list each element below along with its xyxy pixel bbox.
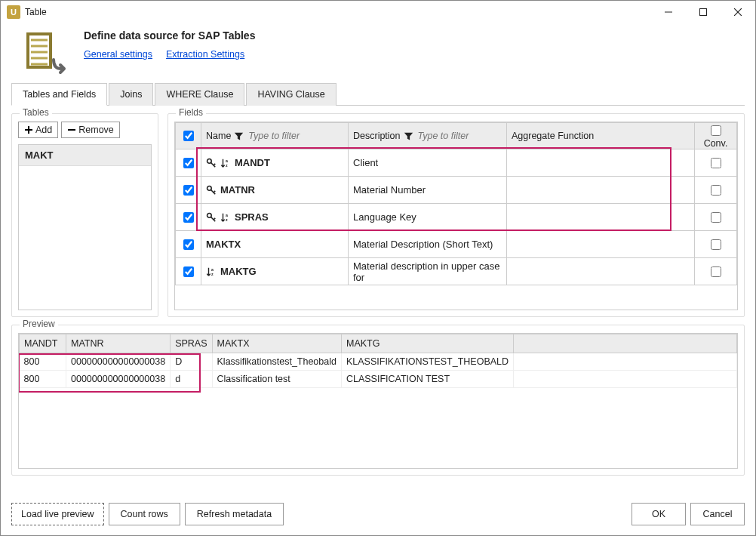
footer-right: OK Cancel: [632, 503, 745, 525]
field-conv-checkbox[interactable]: [711, 239, 721, 250]
preview-cell: CLASSIFICATION TEST: [341, 371, 513, 388]
maximize-button[interactable]: [686, 1, 721, 23]
fields-header-conv: Conv.: [695, 123, 737, 149]
preview-cell: Classification test: [212, 371, 341, 388]
preview-cell: 800: [20, 353, 66, 371]
field-aggregate[interactable]: [507, 258, 695, 285]
titlebar: U Table: [1, 1, 755, 23]
count-rows-button[interactable]: Count rows: [109, 503, 180, 525]
field-description: Material Number: [349, 177, 507, 204]
preview-cell: D: [171, 353, 212, 371]
table-list-item[interactable]: MAKT: [19, 145, 151, 166]
field-conv-checkbox[interactable]: [711, 185, 721, 196]
filter-icon[interactable]: [404, 131, 413, 141]
field-aggregate[interactable]: [507, 231, 695, 258]
preview-cell: Klassifikationstest_Theobald: [212, 353, 341, 371]
preview-cell: d: [171, 371, 212, 388]
app-icon: U: [7, 5, 20, 19]
load-live-preview-button[interactable]: Load live preview: [11, 503, 104, 525]
preview-row: 800000000000000000038DKlassifikationstes…: [20, 353, 737, 371]
minimize-button[interactable]: [651, 1, 686, 23]
preview-grid: MANDTMATNRSPRASMAKTXMAKTG 80000000000000…: [19, 334, 737, 388]
svg-text:a: a: [226, 213, 228, 217]
link-extraction-settings[interactable]: Extraction Settings: [166, 49, 244, 60]
field-name-cell: azMAKTG: [206, 266, 343, 277]
preview-col-header[interactable]: MAKTG: [341, 334, 513, 353]
tab-tables-and-fields[interactable]: Tables and Fields: [11, 83, 107, 106]
preview-cell: 000000000000000038: [66, 371, 171, 388]
field-name-cell: MAKTX: [206, 239, 343, 250]
field-checkbox[interactable]: [183, 266, 194, 277]
ok-button[interactable]: OK: [632, 503, 686, 525]
key-icon: [206, 212, 217, 223]
tab-having-clause[interactable]: HAVING Clause: [246, 83, 336, 106]
svg-text:z: z: [211, 272, 214, 276]
preview-col-header[interactable]: MATNR: [66, 334, 171, 353]
window-root: U Table Define data source for SAP Ta: [0, 0, 756, 536]
refresh-metadata-button[interactable]: Refresh metadata: [185, 503, 284, 525]
svg-line-15: [214, 163, 215, 165]
add-table-button[interactable]: Add: [18, 122, 58, 138]
field-name-cell: azSPRAS: [206, 211, 343, 223]
field-checkbox[interactable]: [183, 212, 194, 223]
svg-text:a: a: [226, 159, 228, 163]
fields-select-all-checkbox[interactable]: [183, 131, 194, 141]
field-name: MATNR: [220, 184, 255, 196]
plus-icon: [24, 125, 33, 134]
svg-line-23: [214, 217, 215, 219]
fields-row: azMAKTGMaterial description in upper cas…: [176, 258, 737, 285]
header: Define data source for SAP Tables Genera…: [1, 23, 755, 78]
desc-filter-input[interactable]: [416, 129, 499, 143]
field-aggregate[interactable]: [507, 177, 695, 204]
footer: Load live preview Count rows Refresh met…: [1, 493, 755, 535]
field-conv-checkbox[interactable]: [711, 158, 721, 168]
fields-header-conv-label: Conv.: [704, 138, 728, 149]
preview-col-header[interactable]: MAKTX: [212, 334, 341, 353]
close-button[interactable]: [721, 1, 755, 23]
filter-icon[interactable]: [234, 131, 244, 141]
field-checkbox[interactable]: [183, 158, 194, 168]
footer-left: Load live preview Count rows Refresh met…: [11, 503, 284, 525]
fields-grid-wrap: Name Description: [174, 122, 738, 310]
svg-rect-1: [700, 9, 707, 16]
fields-header-name: Name: [201, 123, 349, 149]
field-description: Language Key: [349, 204, 507, 231]
preview-cell: 800: [20, 371, 66, 388]
svg-point-13: [207, 159, 212, 163]
sort-icon: az: [220, 158, 231, 168]
tab-joins[interactable]: Joins: [109, 83, 153, 106]
tables-group: Tables Add Remove: [11, 113, 158, 317]
cancel-button[interactable]: Cancel: [690, 503, 745, 525]
conv-select-all-checkbox[interactable]: [711, 125, 721, 136]
fields-row: azMANDTClient: [176, 149, 737, 177]
field-aggregate[interactable]: [507, 204, 695, 231]
svg-text:a: a: [211, 267, 214, 272]
field-conv-checkbox[interactable]: [711, 266, 721, 277]
svg-text:z: z: [226, 163, 228, 168]
fields-header-desc-label: Description: [353, 131, 401, 141]
tab-where-clause[interactable]: WHERE Clause: [155, 83, 244, 106]
add-table-label: Add: [35, 125, 52, 135]
preview-group: Preview MANDTMATNRSPRASMAKTXMAKTG 800000…: [11, 325, 745, 476]
body: Tables Add Remove: [1, 106, 755, 493]
name-filter-input[interactable]: [247, 129, 330, 143]
tables-list[interactable]: MAKT: [18, 144, 152, 310]
preview-col-spacer: [514, 334, 737, 353]
field-aggregate[interactable]: [507, 149, 695, 177]
field-checkbox[interactable]: [183, 185, 194, 196]
fields-row: MAKTXMaterial Description (Short Text): [176, 231, 737, 258]
field-checkbox[interactable]: [183, 239, 194, 250]
svg-line-20: [214, 190, 215, 192]
preview-col-header[interactable]: SPRAS: [171, 334, 212, 353]
preview-col-header[interactable]: MANDT: [20, 334, 66, 353]
field-name: MAKTX: [206, 239, 241, 250]
fields-header-checkbox[interactable]: [176, 123, 201, 149]
link-general-settings[interactable]: General settings: [84, 49, 152, 60]
page-title: Define data source for SAP Tables: [84, 29, 255, 42]
field-name-cell: azMANDT: [206, 157, 343, 168]
header-body: Define data source for SAP Tables Genera…: [84, 29, 255, 60]
remove-table-button[interactable]: Remove: [61, 122, 120, 138]
tables-group-title: Tables: [20, 107, 52, 118]
field-conv-checkbox[interactable]: [711, 212, 721, 223]
preview-cell: KLASSIFIKATIONSTEST_THEOBALD: [341, 353, 513, 371]
